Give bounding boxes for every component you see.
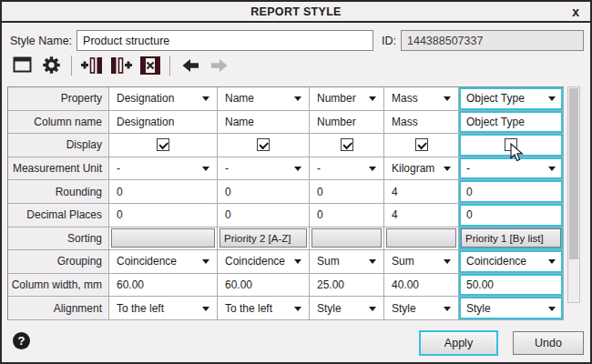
display-checkbox[interactable] [505,138,517,151]
rounding-field[interactable]: 0 [109,180,218,204]
insert-column-right-icon [110,56,132,75]
delete-column-icon [140,56,160,75]
display-checkbox-cell [384,134,459,157]
measurement-unit-dropdown[interactable]: Kilogram [384,157,459,181]
display-checkbox-cell [218,134,310,157]
sorting-button[interactable]: Priority 2 [A-Z] [219,228,307,248]
row-label-column-width: Column width, mm [8,274,109,298]
sorting-button[interactable] [111,228,215,248]
gear-icon [42,56,61,75]
alignment-dropdown[interactable]: Style [459,297,564,320]
back-arrow-icon [181,58,199,73]
rounding-field[interactable]: 0 [218,180,310,204]
column-width-field[interactable]: 40.00 [384,274,459,298]
display-checkbox[interactable] [157,138,169,151]
chevron-down-icon [369,167,376,171]
sorting-cell: Priority 1 [By list] [459,228,564,251]
name-id-row: Style Name: ID: [10,30,584,51]
rounding-field[interactable]: 0 [459,180,564,204]
scrollbar-thumb[interactable] [569,88,578,259]
style-name-label: Style Name: [10,35,72,47]
sorting-button[interactable] [386,228,456,248]
delete-column-button[interactable] [138,54,162,76]
column-name-field[interactable]: Object Type [459,111,564,135]
sorting-button[interactable] [311,228,382,248]
column-width-field[interactable]: 25.00 [310,274,384,298]
chevron-down-icon [548,307,556,311]
column-name-field[interactable]: Designation [109,111,218,135]
settings-button[interactable] [39,54,64,76]
display-checkbox[interactable] [257,138,270,151]
help-button[interactable]: ? [13,332,30,349]
toolbar-separator [169,56,170,76]
row-label-property: Property [8,87,109,111]
property-dropdown[interactable]: Designation [109,87,218,111]
rounding-field[interactable]: 4 [384,180,459,204]
chevron-down-icon [202,96,209,101]
display-checkbox-cell [109,134,218,157]
column-width-field[interactable]: 50.00 [459,274,564,298]
vertical-scrollbar[interactable] [567,86,580,303]
column-width-field[interactable]: 60.00 [109,274,218,298]
chevron-down-icon [369,307,376,311]
alignment-dropdown[interactable]: To the left [109,297,218,320]
measurement-unit-dropdown[interactable]: - [109,157,218,181]
column-name-field[interactable]: Number [310,111,384,135]
column-name-field[interactable]: Mass [384,111,459,135]
alignment-dropdown[interactable]: Style [384,297,459,320]
decimal-places-field[interactable]: 0 [218,204,310,228]
grouping-dropdown[interactable]: Sum [384,250,459,274]
column-name-field[interactable]: Name [218,111,310,135]
style-name-input[interactable] [77,30,373,51]
grouping-dropdown[interactable]: Coincidence [218,250,310,274]
chevron-down-icon [444,167,451,171]
row-label-display: Display [8,134,109,157]
grouping-dropdown[interactable]: Sum [310,250,384,274]
rounding-field[interactable]: 0 [310,180,384,204]
alignment-dropdown[interactable]: To the left [218,297,310,320]
row-label-rounding: Rounding [8,180,109,204]
window-icon [13,56,32,74]
row-label-column-name: Column name [8,111,109,135]
chevron-down-icon [548,167,556,171]
chevron-down-icon [369,96,376,101]
property-dropdown[interactable]: Mass [384,87,459,111]
insert-column-left-icon [81,56,103,75]
alignment-dropdown[interactable]: Style [310,297,384,320]
property-dropdown[interactable]: Name [218,87,310,111]
insert-column-right-button[interactable] [108,54,133,76]
measurement-unit-dropdown[interactable]: - [459,157,564,181]
chevron-down-icon [444,307,451,311]
decimal-places-field[interactable]: 4 [384,204,459,228]
column-style-table: Property Designation Name Number Mass Ob… [7,86,564,320]
chevron-down-icon [202,259,209,264]
decimal-places-field[interactable]: 0 [459,204,564,228]
sorting-cell: Priority 2 [A-Z] [218,228,310,251]
chevron-down-icon [444,96,451,101]
grouping-dropdown[interactable]: Coincidence [459,250,564,274]
grouping-dropdown[interactable]: Coincidence [109,250,218,274]
back-button[interactable] [178,54,202,76]
display-checkbox[interactable] [341,138,353,151]
display-checkbox[interactable] [415,138,428,151]
apply-button[interactable]: Apply [419,330,498,356]
chevron-down-icon [369,259,376,264]
insert-column-left-button[interactable] [79,54,104,76]
decimal-places-field[interactable]: 0 [310,204,384,228]
table-properties-button[interactable] [10,54,35,76]
undo-button[interactable]: Undo [513,331,584,355]
sorting-cell [109,228,218,251]
close-icon[interactable]: x [572,2,579,22]
sorting-button[interactable]: Priority 1 [By list] [461,228,561,248]
display-checkbox-cell [459,134,564,157]
forward-arrow-icon [210,58,229,73]
decimal-places-field[interactable]: 0 [109,204,218,228]
row-label-decimal-places: Decimal Places [8,204,109,228]
property-dropdown[interactable]: Number [310,87,384,111]
chevron-down-icon [548,259,556,264]
measurement-unit-dropdown[interactable]: - [310,157,384,181]
property-dropdown[interactable]: Object Type [459,87,564,111]
chevron-down-icon [294,307,301,311]
measurement-unit-dropdown[interactable]: - [218,157,310,181]
column-width-field[interactable]: 60.00 [218,274,310,298]
